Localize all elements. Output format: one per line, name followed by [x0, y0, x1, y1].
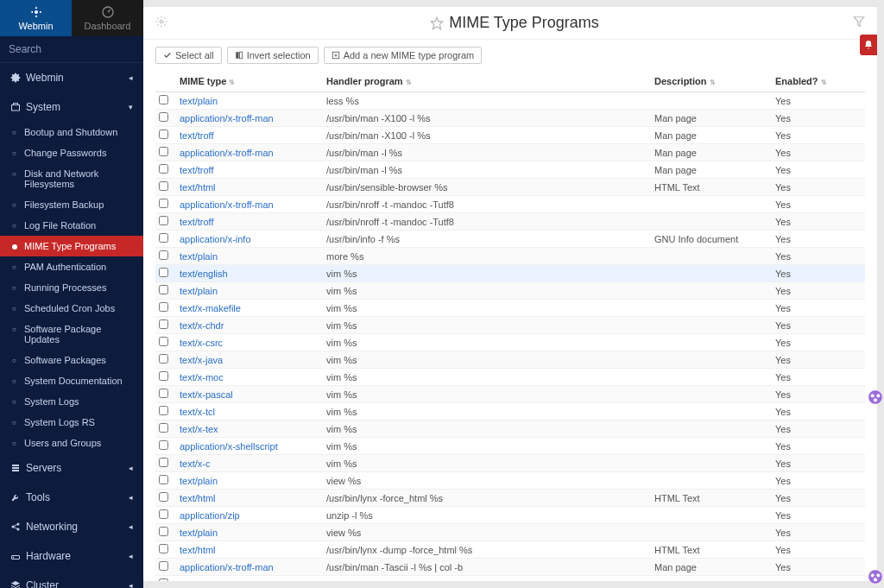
sidebar-item-users-and-groups[interactable]: Users and Groups [0, 433, 143, 453]
mime-link[interactable]: text/x-moc [180, 372, 224, 383]
mime-link[interactable]: text/plain [180, 528, 218, 538]
col-handler[interactable]: Handler program⇅ [323, 71, 651, 92]
desc-cell [651, 300, 772, 317]
mime-link[interactable]: text/plain [180, 96, 218, 106]
mime-link[interactable]: application/x-troff-man [180, 562, 274, 572]
svg-line-13 [14, 525, 17, 527]
row-checkbox[interactable] [159, 509, 168, 519]
star-icon[interactable] [430, 16, 444, 30]
row-checkbox[interactable] [159, 337, 168, 346]
row-checkbox[interactable] [159, 371, 168, 381]
nav-section-cluster[interactable]: Cluster◂ [0, 571, 143, 588]
row-checkbox[interactable] [159, 440, 168, 450]
mime-link[interactable]: text/x-tcl [180, 407, 215, 417]
row-checkbox[interactable] [159, 458, 168, 467]
mime-link[interactable]: text/troff [180, 165, 214, 175]
nav-section-system[interactable]: System▾ [0, 92, 143, 122]
row-checkbox[interactable] [159, 164, 168, 174]
mime-link[interactable]: text/x-java [180, 355, 223, 365]
row-checkbox[interactable] [159, 130, 168, 139]
mime-link[interactable]: text/html [180, 182, 216, 193]
row-checkbox[interactable] [159, 492, 168, 502]
select-all-button[interactable]: Select all [155, 47, 222, 64]
sidebar-item-disk-and-network-filesystems[interactable]: Disk and Network Filesystems [0, 163, 143, 194]
mime-link[interactable]: text/html [180, 493, 216, 503]
row-checkbox[interactable] [159, 95, 168, 104]
notifications-tab[interactable] [860, 35, 877, 55]
sidebar-item-software-packages[interactable]: Software Packages [0, 350, 143, 370]
mime-link[interactable]: text/plain [180, 286, 218, 296]
mime-link[interactable]: application/x-shellscript [180, 441, 278, 452]
sidebar-item-scheduled-cron-jobs[interactable]: Scheduled Cron Jobs [0, 298, 143, 319]
mime-link[interactable]: application/x-troff-man [180, 113, 274, 123]
sidebar-item-running-processes[interactable]: Running Processes [0, 277, 143, 298]
webmin-tab[interactable]: Webmin [0, 0, 72, 36]
row-checkbox[interactable] [159, 285, 168, 294]
row-checkbox[interactable] [159, 147, 168, 156]
sidebar-item-mime-type-programs[interactable]: MIME Type Programs [0, 236, 143, 256]
search-input[interactable] [9, 43, 138, 55]
row-checkbox[interactable] [159, 527, 168, 536]
col-desc[interactable]: Description⇅ [651, 71, 772, 92]
sidebar-item-pam-authentication[interactable]: PAM Authentication [0, 256, 143, 277]
mime-link[interactable]: text/x-chdr [180, 320, 224, 331]
row-checkbox[interactable] [159, 561, 168, 571]
row-checkbox[interactable] [159, 112, 168, 122]
side-widget-2[interactable] [867, 568, 884, 585]
sidebar-item-system-logs-rs[interactable]: System Logs RS [0, 412, 143, 433]
mime-link[interactable]: application/x-troff-man [180, 148, 274, 158]
sidebar-item-system-documentation[interactable]: System Documentation [0, 370, 143, 391]
mime-link[interactable]: application/x-troff-man [180, 199, 274, 210]
nav-section-label: Webmin [26, 72, 64, 84]
dashboard-tab[interactable]: Dashboard [72, 0, 143, 36]
mime-link[interactable]: text/x-pascal [180, 389, 233, 400]
mime-link[interactable]: text/html [180, 545, 216, 555]
row-checkbox[interactable] [159, 475, 168, 484]
nav-section-networking[interactable]: Networking◂ [0, 512, 143, 541]
mime-link[interactable]: application/x-info [180, 234, 251, 244]
gear-icon[interactable] [155, 16, 167, 30]
row-checkbox[interactable] [159, 181, 168, 191]
mime-link[interactable]: text/troff [180, 579, 214, 582]
nav-section-servers[interactable]: Servers◂ [0, 453, 143, 483]
row-checkbox[interactable] [159, 544, 168, 553]
filter-icon[interactable] [853, 16, 865, 30]
mime-link[interactable]: text/x-csrc [180, 338, 223, 348]
side-widget-1[interactable] [867, 389, 884, 406]
nav-section-hardware[interactable]: Hardware◂ [0, 541, 143, 571]
table-row: text/troff/usr/bin/man -X100 -l %sMan pa… [155, 127, 865, 144]
nav-section-tools[interactable]: Tools◂ [0, 483, 143, 512]
row-checkbox[interactable] [159, 579, 168, 581]
sidebar-item-change-passwords[interactable]: Change Passwords [0, 142, 143, 163]
sidebar-item-system-logs[interactable]: System Logs [0, 391, 143, 412]
row-checkbox[interactable] [159, 406, 168, 415]
mime-link[interactable]: text/x-tex [180, 424, 218, 434]
row-checkbox[interactable] [159, 389, 168, 398]
mime-link[interactable]: text/x-c [180, 458, 210, 469]
mime-link[interactable]: text/troff [180, 130, 214, 141]
row-checkbox[interactable] [159, 354, 168, 364]
row-checkbox[interactable] [159, 268, 168, 277]
row-checkbox[interactable] [159, 319, 168, 329]
mime-link[interactable]: text/x-makefile [180, 303, 241, 313]
row-checkbox[interactable] [159, 199, 168, 208]
nav-section-webmin[interactable]: Webmin◂ [0, 63, 143, 92]
mime-link[interactable]: text/plain [180, 251, 218, 262]
row-checkbox[interactable] [159, 216, 168, 225]
col-enabled[interactable]: Enabled?⇅ [772, 71, 865, 92]
sidebar-item-filesystem-backup[interactable]: Filesystem Backup [0, 194, 143, 215]
invert-selection-button[interactable]: Invert selection [227, 47, 319, 64]
mime-link[interactable]: text/troff [180, 217, 214, 227]
sidebar-item-software-package-updates[interactable]: Software Package Updates [0, 319, 143, 350]
mime-link[interactable]: text/english [180, 269, 228, 279]
row-checkbox[interactable] [159, 250, 168, 260]
mime-link[interactable]: application/zip [180, 510, 240, 521]
row-checkbox[interactable] [159, 423, 168, 433]
sidebar-item-log-file-rotation[interactable]: Log File Rotation [0, 215, 143, 236]
mime-link[interactable]: text/plain [180, 476, 218, 486]
add-mime-button[interactable]: Add a new MIME type program [324, 47, 483, 64]
row-checkbox[interactable] [159, 302, 168, 312]
col-mime[interactable]: MIME type⇅ [176, 71, 323, 92]
row-checkbox[interactable] [159, 233, 168, 243]
sidebar-item-bootup-and-shutdown[interactable]: Bootup and Shutdown [0, 122, 143, 142]
